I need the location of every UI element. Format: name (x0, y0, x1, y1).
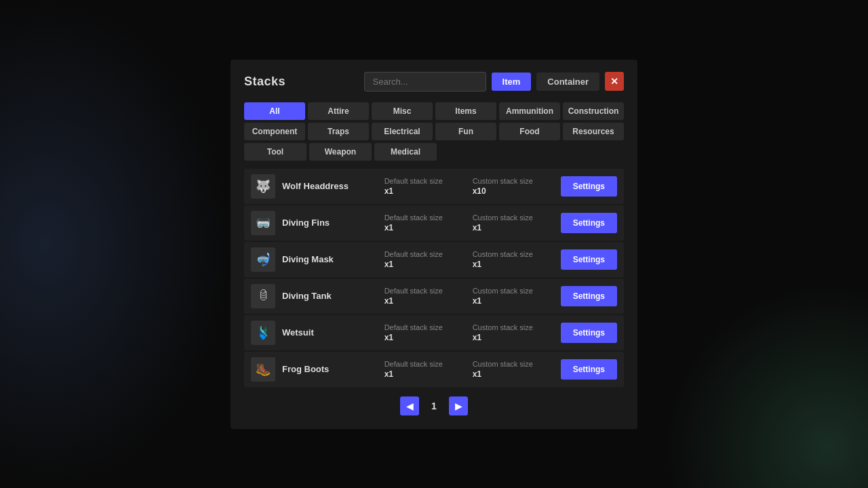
pagination: ◀ 1 ▶ (244, 396, 624, 415)
settings-button[interactable]: Settings (561, 323, 617, 343)
filter-btn-component[interactable]: Component (244, 123, 305, 140)
item-icon: 🐺 (251, 174, 275, 199)
default-stack-label: Default stack size (384, 250, 466, 258)
panel-title: Stacks (244, 75, 285, 89)
custom-stack-value: x1 (473, 369, 554, 379)
item-name: Wetsuit (282, 327, 378, 338)
default-stack-info: Default stack sizex1 (384, 214, 466, 232)
current-page: 1 (425, 401, 443, 411)
filter-row-3: ToolWeaponMedical (244, 143, 624, 161)
filter-btn-food[interactable]: Food (499, 123, 560, 140)
item-name: Diving Fins (282, 218, 378, 228)
default-stack-info: Default stack sizex1 (384, 250, 466, 269)
default-stack-info: Default stack sizex1 (384, 323, 466, 342)
settings-button[interactable]: Settings (561, 213, 617, 233)
default-stack-value: x1 (384, 369, 466, 379)
default-stack-info: Default stack sizex1 (384, 177, 466, 196)
custom-stack-value: x1 (473, 260, 554, 269)
item-name: Diving Tank (282, 291, 378, 301)
item-icon: 🩱 (251, 321, 275, 345)
default-stack-value: x1 (384, 333, 466, 342)
search-input[interactable] (364, 72, 486, 92)
filter-btn-weapon[interactable]: Weapon (309, 143, 372, 161)
default-stack-value: x1 (384, 223, 466, 232)
custom-stack-value: x1 (473, 296, 554, 306)
container-toggle-button[interactable]: Container (536, 73, 599, 91)
default-stack-label: Default stack size (384, 177, 466, 185)
filter-row-2: ComponentTrapsElectricalFunFoodResources (244, 123, 624, 140)
filter-btn-resources[interactable]: Resources (563, 123, 624, 140)
filter-row-1: AllAttireMiscItemsAmmunitionConstruction (244, 102, 624, 120)
item-icon: 🤿 (251, 247, 275, 272)
default-stack-label: Default stack size (384, 323, 466, 331)
custom-stack-value: x10 (473, 186, 554, 196)
item-icon: 🥾 (251, 357, 275, 382)
default-stack-info: Default stack sizex1 (384, 360, 466, 379)
item-name: Frog Boots (282, 364, 378, 374)
filters-container: AllAttireMiscItemsAmmunitionConstruction… (244, 102, 624, 161)
item-row: 🛢Diving TankDefault stack sizex1Custom s… (244, 279, 624, 314)
custom-stack-label: Custom stack size (473, 323, 554, 331)
filter-btn-misc[interactable]: Misc (372, 102, 433, 120)
filter-btn-ammunition[interactable]: Ammunition (499, 102, 560, 120)
item-row: 🥾Frog BootsDefault stack sizex1Custom st… (244, 352, 624, 387)
filter-btn-tool[interactable]: Tool (244, 143, 307, 161)
settings-button[interactable]: Settings (561, 359, 617, 380)
default-stack-value: x1 (384, 186, 466, 196)
filter-btn-electrical[interactable]: Electrical (372, 123, 433, 140)
settings-button[interactable]: Settings (561, 286, 617, 306)
filter-btn-fun[interactable]: Fun (435, 123, 496, 140)
item-row: 🥽Diving FinsDefault stack sizex1Custom s… (244, 205, 624, 241)
custom-stack-label: Custom stack size (473, 360, 554, 368)
custom-stack-info: Custom stack sizex1 (473, 323, 554, 342)
item-row: 🩱WetsuitDefault stack sizex1Custom stack… (244, 315, 624, 350)
filter-btn-medical[interactable]: Medical (374, 143, 437, 161)
custom-stack-label: Custom stack size (473, 214, 554, 222)
item-icon: 🛢 (251, 284, 275, 308)
main-panel: Stacks Item Container ✕ AllAttireMiscIte… (231, 60, 637, 429)
close-button[interactable]: ✕ (605, 72, 624, 91)
filter-btn-attire[interactable]: Attire (308, 102, 369, 120)
item-row: 🐺Wolf HeaddressDefault stack sizex1Custo… (244, 169, 624, 204)
item-toggle-button[interactable]: Item (492, 73, 532, 91)
custom-stack-info: Custom stack sizex1 (473, 214, 554, 232)
filter-btn-all[interactable]: All (244, 102, 305, 120)
custom-stack-value: x1 (473, 333, 554, 342)
custom-stack-label: Custom stack size (473, 177, 554, 185)
filter-btn-construction[interactable]: Construction (563, 102, 624, 120)
next-page-button[interactable]: ▶ (449, 396, 468, 415)
item-name: Diving Mask (282, 254, 378, 264)
default-stack-label: Default stack size (384, 360, 466, 368)
custom-stack-label: Custom stack size (473, 287, 554, 295)
filter-btn-traps[interactable]: Traps (308, 123, 369, 140)
custom-stack-label: Custom stack size (473, 250, 554, 258)
custom-stack-info: Custom stack sizex1 (473, 287, 554, 306)
default-stack-value: x1 (384, 260, 466, 269)
default-stack-value: x1 (384, 296, 466, 306)
item-row: 🤿Diving MaskDefault stack sizex1Custom s… (244, 242, 624, 277)
items-list: 🐺Wolf HeaddressDefault stack sizex1Custo… (244, 169, 624, 387)
custom-stack-info: Custom stack sizex10 (473, 177, 554, 196)
default-stack-label: Default stack size (384, 214, 466, 222)
filter-btn-items[interactable]: Items (435, 102, 496, 120)
header-controls: Item Container ✕ (364, 72, 624, 92)
custom-stack-info: Custom stack sizex1 (473, 360, 554, 379)
item-name: Wolf Headdress (282, 181, 378, 191)
default-stack-label: Default stack size (384, 287, 466, 295)
settings-button[interactable]: Settings (561, 176, 617, 197)
item-icon: 🥽 (251, 211, 275, 235)
prev-page-button[interactable]: ◀ (400, 396, 419, 415)
panel-header: Stacks Item Container ✕ (244, 72, 624, 92)
default-stack-info: Default stack sizex1 (384, 287, 466, 306)
custom-stack-info: Custom stack sizex1 (473, 250, 554, 269)
settings-button[interactable]: Settings (561, 249, 617, 270)
custom-stack-value: x1 (473, 223, 554, 232)
